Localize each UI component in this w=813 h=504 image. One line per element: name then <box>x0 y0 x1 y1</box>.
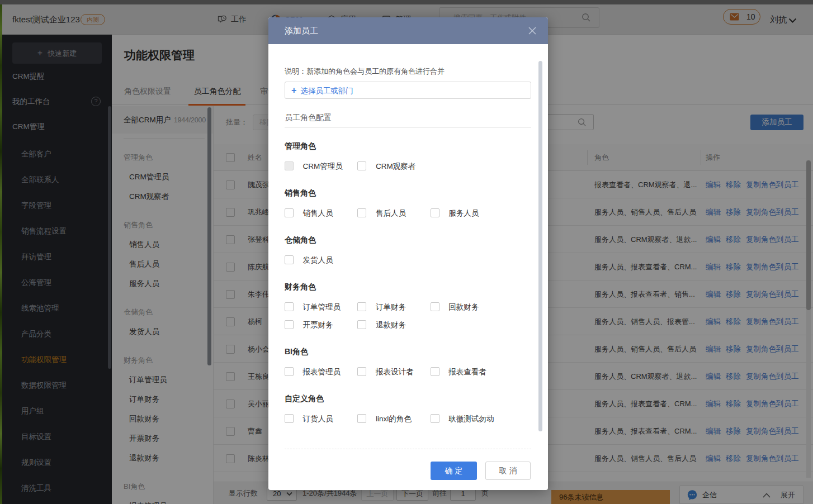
role-checkbox-item[interactable]: 报表设计者 <box>357 367 428 377</box>
role-checkbox-item[interactable]: 服务人员 <box>431 208 501 218</box>
checkbox-label: 报表查看者 <box>448 367 486 377</box>
role-group: 自定义角色 订货人员 <box>285 394 531 424</box>
role-group-title: 财务角色 <box>285 282 531 292</box>
checkbox[interactable] <box>285 367 294 376</box>
role-checkbox-item[interactable]: 销售人员 <box>285 208 355 218</box>
select-employee-label: 选择员工或部门 <box>300 87 353 95</box>
config-section-title: 员工角色配置 <box>285 113 531 123</box>
checkbox-label: 订单财务 <box>376 302 406 312</box>
role-group-rows: 销售人员 售后人员 <box>285 208 531 218</box>
role-checkbox-item[interactable]: 耿徽测试勿动 <box>431 413 501 424</box>
checkbox-label: 订货人员 <box>302 414 333 424</box>
role-checkbox-item[interactable]: 退款财务 <box>357 320 428 330</box>
role-group-title: 自定义角色 <box>285 394 531 403</box>
checkbox-label: CRM管理员 <box>302 161 342 172</box>
checkbox-label: 服务人员 <box>448 208 479 218</box>
checkbox-label: linxl的角色 <box>376 414 412 424</box>
role-groups: 管理角色 CRM管理员 <box>285 141 531 424</box>
role-group-title: 仓储角色 <box>285 235 531 245</box>
role-group: 仓储角色 发货人员 <box>285 235 531 265</box>
checkbox[interactable] <box>357 302 366 311</box>
checkbox-row: 销售人员 售后人员 <box>285 208 531 218</box>
checkbox[interactable] <box>431 367 439 376</box>
role-checkbox-item[interactable]: 报表查看者 <box>431 367 501 377</box>
role-group: BI角色 报表管理员 <box>285 347 531 377</box>
modal-title: 添加员工 <box>285 17 318 44</box>
checkbox[interactable] <box>357 414 366 423</box>
role-checkbox-item[interactable]: 售后人员 <box>357 208 428 218</box>
add-employee-modal: 添加员工 说明：新添加的角色会与员工的原有角色进行合并 +选择员工或部门 员工角… <box>268 17 548 490</box>
role-checkbox-item[interactable]: 订单财务 <box>357 302 428 312</box>
checkbox-label: 售后人员 <box>376 208 406 218</box>
role-group-title: 管理角色 <box>285 141 531 151</box>
role-checkbox-item[interactable]: 订单管理员 <box>285 302 355 312</box>
role-checkbox-item[interactable]: 开票财务 <box>285 320 355 330</box>
role-group-rows: 发货人员 <box>285 255 531 265</box>
checkbox-label: 销售人员 <box>302 208 333 218</box>
checkbox-row: 订单管理员 订单财务 <box>285 302 531 312</box>
checkbox[interactable] <box>285 208 294 217</box>
checkbox-label: 报表管理员 <box>302 367 341 377</box>
checkbox[interactable] <box>431 414 439 423</box>
checkbox-row: 订货人员 linxl的角色 <box>285 413 531 424</box>
checkbox[interactable] <box>357 161 366 170</box>
modal-note: 说明：新添加的角色会与员工的原有角色进行合并 <box>285 66 531 77</box>
role-group-rows: CRM管理员 CRM观察者 <box>285 161 531 171</box>
role-checkbox-item[interactable]: CRM管理员 <box>285 161 355 171</box>
cancel-button[interactable]: 取 消 <box>485 462 531 480</box>
role-group-title: 销售角色 <box>285 188 531 198</box>
checkbox[interactable] <box>357 367 366 376</box>
checkbox[interactable] <box>357 320 366 329</box>
checkbox-row: 报表管理员 报表设计者 <box>285 367 531 377</box>
checkbox-label: 发货人员 <box>302 255 333 265</box>
checkbox[interactable] <box>431 208 439 217</box>
plus-icon: + <box>291 85 296 95</box>
modal-scrollbar[interactable] <box>538 61 542 431</box>
screen: fktest测试企业123 内测 工作 CRM 应用 管理 搜索同事、工作或附件… <box>0 0 813 504</box>
dashed-divider <box>285 449 531 449</box>
select-employee-box[interactable]: +选择员工或部门 <box>285 82 531 99</box>
checkbox-row: 发货人员 <box>285 255 531 265</box>
role-checkbox-item[interactable]: 发货人员 <box>285 255 355 265</box>
checkbox[interactable] <box>285 414 294 423</box>
checkbox[interactable] <box>285 255 294 264</box>
role-group: 销售角色 销售人员 <box>285 188 531 218</box>
checkbox-row: CRM管理员 CRM观察者 <box>285 161 531 171</box>
role-checkbox-item[interactable]: 报表管理员 <box>285 367 355 377</box>
modal-body: 说明：新添加的角色会与员工的原有角色进行合并 +选择员工或部门 员工角色配置 管… <box>268 44 548 490</box>
role-checkbox-item[interactable]: 回款财务 <box>431 302 501 312</box>
role-checkbox-item[interactable]: 订货人员 <box>285 413 355 424</box>
checkbox-label: 回款财务 <box>448 302 479 312</box>
role-group-title: BI角色 <box>285 347 531 356</box>
checkbox[interactable] <box>357 208 366 217</box>
checkbox-label: 耿徽测试勿动 <box>448 414 494 424</box>
role-checkbox-item[interactable]: linxl的角色 <box>357 413 428 424</box>
checkbox-label: 报表设计者 <box>376 367 414 377</box>
checkbox-label: 订单管理员 <box>302 302 341 312</box>
checkbox-label: CRM观察者 <box>376 161 415 172</box>
checkbox[interactable] <box>431 302 439 311</box>
confirm-button[interactable]: 确 定 <box>431 462 477 480</box>
checkbox[interactable] <box>285 161 294 170</box>
role-group-rows: 订货人员 linxl的角色 <box>285 413 531 424</box>
checkbox-row: 开票财务 退款财务 <box>285 320 531 330</box>
close-icon[interactable] <box>528 26 537 35</box>
checkbox[interactable] <box>285 320 294 329</box>
checkbox-label: 开票财务 <box>302 320 333 330</box>
role-group: 管理角色 CRM管理员 <box>285 141 531 171</box>
modal-header: 添加员工 <box>268 17 548 44</box>
role-group: 财务角色 订单管理员 <box>285 282 531 330</box>
modal-footer: 确 定 取 消 <box>285 462 531 480</box>
role-group-rows: 订单管理员 订单财务 <box>285 302 531 330</box>
checkbox-label: 退款财务 <box>376 320 406 330</box>
checkbox[interactable] <box>285 302 294 311</box>
role-group-rows: 报表管理员 报表设计者 <box>285 367 531 377</box>
role-checkbox-item[interactable]: CRM观察者 <box>357 161 428 171</box>
divider <box>285 127 531 128</box>
